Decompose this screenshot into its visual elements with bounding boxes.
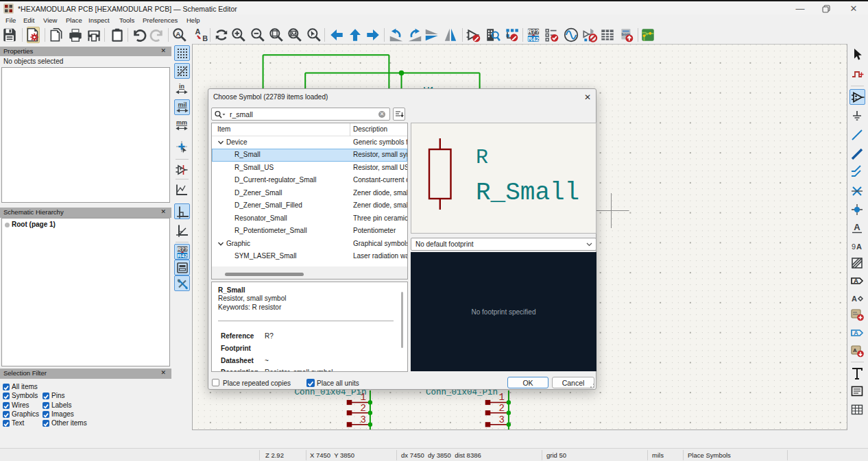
svg-text:A: A [854, 277, 858, 284]
svg-text:2: 2 [499, 403, 505, 414]
svg-text:A: A [195, 27, 200, 36]
svg-text:B: B [202, 34, 208, 42]
svg-text:A: A [852, 295, 857, 303]
svg-text:3: 3 [361, 414, 366, 425]
svg-text:R??: R?? [528, 28, 540, 35]
svg-text:A: A [856, 242, 862, 251]
svg-text:9: 9 [852, 242, 856, 251]
svg-text:R_Small: R_Small [476, 179, 579, 207]
svg-text:in: in [179, 83, 184, 90]
svg-text:1: 1 [499, 392, 505, 403]
svg-text:R42: R42 [178, 252, 188, 258]
svg-text:mil: mil [178, 101, 186, 108]
svg-text:A: A [854, 329, 858, 336]
svg-text:1: 1 [361, 392, 366, 403]
svg-text:R: R [476, 146, 488, 169]
svg-text:R??: R?? [177, 246, 188, 252]
svg-text:2: 2 [361, 403, 366, 414]
svg-text:A: A [176, 30, 180, 38]
svg-text:A: A [853, 347, 857, 353]
svg-text:3: 3 [499, 414, 505, 425]
svg-text:R42: R42 [528, 36, 539, 42]
svg-text:A: A [854, 222, 860, 232]
svg-text:mm: mm [176, 119, 187, 126]
